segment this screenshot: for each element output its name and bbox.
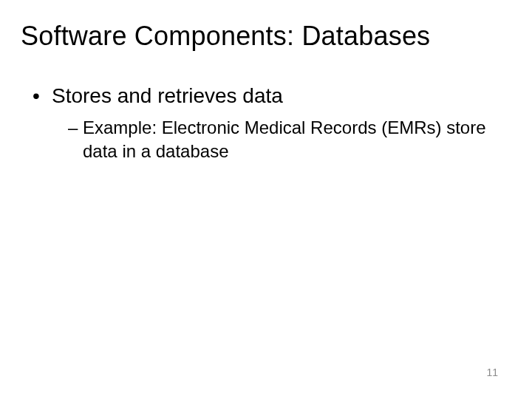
sub-bullet-list: Example: Electronic Medical Records (EMR…	[52, 116, 511, 164]
list-item-text: Example: Electronic Medical Records (EMR…	[83, 117, 486, 161]
list-item: Stores and retrieves data Example: Elect…	[33, 83, 511, 164]
page-number: 11	[486, 366, 498, 378]
slide-title: Software Components: Databases	[21, 21, 511, 52]
list-item-text: Stores and retrieves data	[52, 84, 283, 107]
list-item: Example: Electronic Medical Records (EMR…	[68, 116, 511, 164]
slide: Software Components: Databases Stores an…	[0, 0, 532, 399]
bullet-list: Stores and retrieves data Example: Elect…	[21, 83, 511, 164]
